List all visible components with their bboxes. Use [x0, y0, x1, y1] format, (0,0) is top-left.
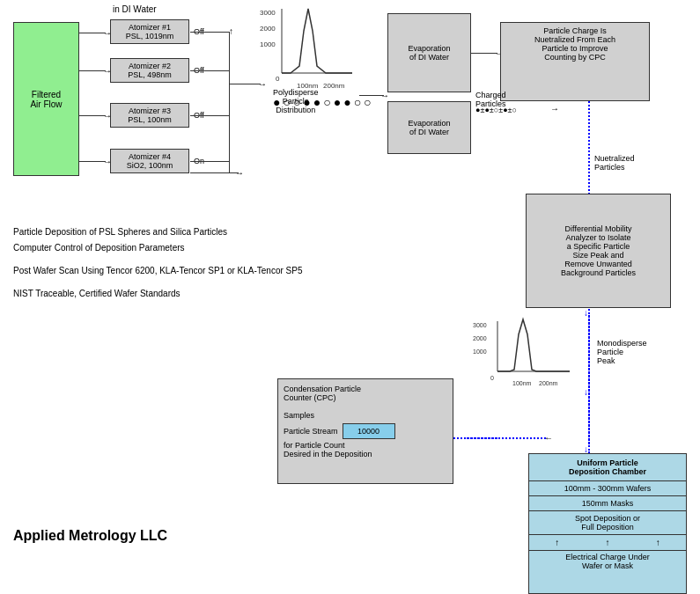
svg-text:2000: 2000: [260, 25, 276, 33]
arrow-atm4: [79, 161, 106, 162]
arrow-atm4-out: [190, 172, 239, 173]
neutralized-particles-label: NuetralizedParticles: [594, 154, 635, 172]
deposition-row-4: Electrical Charge UnderWafer or Mask: [529, 550, 686, 572]
info-line-3: Post Wafer Scan Using Tencor 6200, KLA-T…: [13, 263, 303, 279]
cpc-count-label: for Particle CountDesired in the Deposit…: [284, 441, 447, 458]
dma-box: Differential MobilityAnalyzer to Isolate…: [526, 194, 671, 308]
polydisperse-chart: 3000 2000 1000 0 100nm 200nm: [260, 4, 357, 92]
neutralized-desc: Particle Charge IsNuetralized From EachP…: [534, 26, 615, 62]
svg-text:1000: 1000: [473, 348, 487, 355]
atomizer-3-label: Atomizer #3: [129, 106, 171, 115]
filtered-air-label: FilteredAir Flow: [30, 90, 62, 109]
cpc-value: 10000: [357, 427, 379, 436]
svg-text:200nm: 200nm: [539, 380, 558, 386]
down-arrow-dma3: ↓: [584, 444, 588, 454]
brand-label: Applied Metrology LLC: [13, 528, 167, 544]
deposition-row-3: Spot Deposition orFull Deposition: [529, 511, 686, 535]
di-water-label: in DI Water: [113, 4, 157, 14]
atomizer-1-label: Atomizer #1: [129, 23, 171, 32]
chart1-area: 3000 2000 1000 0 100nm 200nm: [260, 4, 357, 94]
merge-h3: [190, 115, 229, 116]
arrow-to-chart: [230, 84, 261, 84]
atomizer-2-sub: PSL, 498nm: [128, 70, 172, 79]
down-arrow-dma: ↓: [584, 308, 588, 318]
deposition-row-2: 150mm Masks: [529, 496, 686, 511]
arrow-atm2: [79, 70, 106, 71]
chart2-area: 3000 2000 1000 0 100nm 200nm: [473, 317, 578, 389]
deposition-row-1: 100mm - 300mm Wafers: [529, 481, 686, 496]
merge-h1: [190, 32, 229, 33]
atomizer-4-label: Atomizer #4: [129, 152, 171, 161]
atomizer-1: Atomizer #1 PSL, 1019nm: [110, 19, 189, 44]
dma-label: Differential MobilityAnalyzer to Isolate…: [561, 224, 636, 277]
deposition-title: Uniform ParticleDeposition Chamber: [529, 454, 686, 481]
merge-h4: [190, 161, 229, 162]
neutralized-desc-box: Particle Charge IsNuetralized From EachP…: [500, 22, 650, 101]
svg-text:2000: 2000: [473, 335, 487, 341]
atomizer-4-sub: SiO2, 100nm: [127, 161, 173, 170]
deposition-arrows: ↑↑↑: [529, 535, 686, 550]
evaporation-2-label: Evaporationof DI Water: [408, 119, 450, 136]
svg-text:0: 0: [490, 375, 494, 381]
svg-text:100nm: 100nm: [512, 380, 532, 386]
svg-text:3000: 3000: [473, 322, 487, 328]
atomizer-3: Atomizer #3 PSL, 100nm: [110, 103, 189, 128]
evaporation-box-1: Evaporationof DI Water: [387, 13, 471, 92]
atomizer-3-sub: PSL, 100nm: [128, 115, 172, 124]
monodisperse-label: MonodisperseParticlePeak: [597, 339, 647, 365]
cpc-title: Condensation ParticleCounter (CPC): [284, 385, 447, 402]
svg-text:3000: 3000: [260, 9, 276, 17]
charged-dots: ●±●±○±●±○: [475, 106, 517, 114]
up-arrow-merge: ↑: [229, 26, 233, 36]
evaporation-1-label: Evaporationof DI Water: [408, 44, 450, 62]
cpc-stream-row: Particle Stream 10000: [284, 423, 447, 439]
particle-dots: ●○○●●○●●○○: [273, 95, 374, 109]
cpc-box: Condensation ParticleCounter (CPC) Sampl…: [277, 378, 453, 484]
main-diagram: { "title": "Particle Deposition Process …: [0, 0, 700, 594]
info-line-4: NIST Traceable, Certified Wafer Standard…: [13, 286, 303, 302]
dotted-line-lower: [588, 312, 590, 453]
arrow-atm1: [79, 33, 106, 33]
atomizer-1-sub: PSL, 1019nm: [126, 32, 174, 40]
merge-h2: [190, 70, 229, 71]
evaporation-box-2: Evaporationof DI Water: [387, 101, 471, 154]
monodisperse-chart: 3000 2000 1000 0 100nm 200nm: [473, 317, 578, 387]
arrow-atm4-out-head: →: [235, 168, 244, 178]
down-arrow-dma2: ↓: [584, 387, 588, 397]
svg-text:200nm: 200nm: [323, 82, 345, 90]
atomizer-2-label: Atomizer #2: [129, 62, 171, 70]
merge-line-v: [229, 32, 230, 172]
cpc-stream-label: Particle Stream: [284, 427, 338, 436]
deposition-chamber: Uniform ParticleDeposition Chamber 100mm…: [528, 453, 687, 594]
info-line-1: Particle Deposition of PSL Spheres and S…: [13, 224, 303, 240]
arrow-evap-neutral: [471, 53, 497, 54]
atomizer-2: Atomizer #2 PSL, 498nm: [110, 58, 189, 83]
arrow-charged-right: →: [550, 104, 559, 114]
info-line-2: Computer Control of Deposition Parameter…: [13, 240, 303, 256]
arrow-right-cpc: ←: [544, 433, 553, 443]
svg-text:1000: 1000: [260, 40, 276, 48]
dotted-h-cpc2: [467, 437, 546, 439]
atomizer-4: Atomizer #4 SiO2, 100nm: [110, 149, 189, 173]
arrow-atm3: [79, 115, 106, 116]
cpc-value-field[interactable]: 10000: [343, 423, 395, 439]
svg-text:0: 0: [276, 75, 280, 83]
info-block: Particle Deposition of PSL Spheres and S…: [13, 224, 303, 302]
filtered-air-box: FilteredAir Flow: [13, 22, 79, 176]
cpc-samples: Samples: [284, 411, 447, 420]
